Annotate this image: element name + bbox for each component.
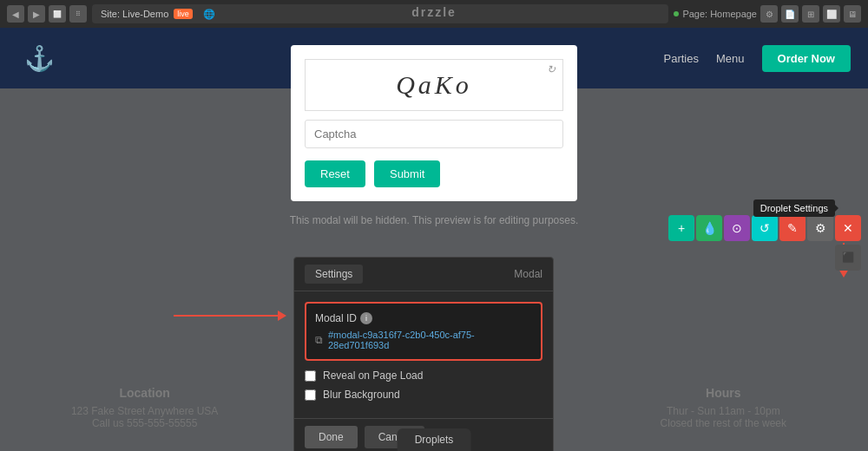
window-btn[interactable]: ⬜ xyxy=(823,5,840,23)
arrow-indicator xyxy=(174,310,286,321)
droplet-settings-button[interactable]: ⊙ xyxy=(724,215,750,241)
droplet-toolbar: + 💧 ⊙ ↺ ✎ ⚙ ✕ xyxy=(668,215,861,241)
live-badge: live xyxy=(174,9,193,19)
browser-right: Page: Homepage ⚙ 📄 ⊞ ⬜ 🖥 xyxy=(674,5,861,23)
captcha-image: QaKo ↻ xyxy=(305,59,563,111)
reveal-checkbox-row: Reveal on Page Load xyxy=(305,369,542,382)
copy-icon[interactable]: ⧉ xyxy=(315,334,323,346)
settings-btn[interactable]: ⚙ xyxy=(760,5,778,23)
bookmark-btn[interactable]: 📄 xyxy=(781,5,799,23)
modal-id-section: Modal ID i ⧉ #modal-c9a316f7-c2b0-450c-a… xyxy=(305,302,542,361)
back-btn[interactable]: ◀ xyxy=(7,5,24,23)
nav-parties[interactable]: Parties xyxy=(664,52,699,65)
captcha-input[interactable] xyxy=(305,120,563,148)
reset-button[interactable]: Reset xyxy=(305,160,365,187)
droplet-settings-tooltip: Droplet Settings xyxy=(753,199,835,217)
done-button[interactable]: Done xyxy=(305,426,358,448)
drizzle-logo: drzzle xyxy=(411,5,457,19)
droplets-bar[interactable]: Droplets xyxy=(398,428,471,451)
anchor-icon: ⚓ xyxy=(24,44,55,73)
arrow-line xyxy=(174,315,278,317)
blur-checkbox-row: Blur Background xyxy=(305,389,542,401)
captcha-text: QaKo xyxy=(396,70,472,100)
settings-panel: Settings Modal Modal ID i ⧉ #modal-c9a31… xyxy=(293,257,554,451)
blur-checkbox[interactable] xyxy=(305,389,316,401)
page-indicator: Page: Homepage xyxy=(674,9,757,19)
settings-header: Settings Modal xyxy=(294,258,553,291)
grid-btn[interactable]: ⠿ xyxy=(69,5,87,23)
arrow-head xyxy=(278,310,286,321)
submit-button[interactable]: Submit xyxy=(374,160,440,187)
green-dot xyxy=(674,11,679,16)
forward-btn[interactable]: ▶ xyxy=(28,5,45,23)
refresh-icon[interactable]: ↻ xyxy=(547,63,559,76)
modal-buttons: Reset Submit xyxy=(305,160,563,187)
add-droplet-button[interactable]: + xyxy=(668,215,694,241)
site-label: Site: Live-Demo xyxy=(101,9,168,19)
close-droplet-button[interactable]: ✕ xyxy=(835,215,861,241)
droplet-button[interactable]: 💧 xyxy=(696,215,722,241)
main-area: ⚓ Parties Menu Order Now QaKo ↻ Reset Su… xyxy=(0,28,868,451)
reveal-label: Reveal on Page Load xyxy=(323,369,423,382)
info-icon[interactable]: i xyxy=(360,312,372,324)
modal-id-label: Modal ID i xyxy=(315,312,532,324)
refresh-button[interactable]: ↺ xyxy=(752,215,778,241)
settings-tab[interactable]: Settings xyxy=(305,265,363,284)
preview-text: This modal will be hidden. This preview … xyxy=(290,214,579,226)
browser-controls: ◀ ▶ ⬜ ⠿ xyxy=(7,5,87,23)
blur-label: Blur Background xyxy=(323,389,400,401)
nav-links: Parties Menu Order Now xyxy=(664,45,851,72)
more-btn[interactable]: ⊞ xyxy=(802,5,819,23)
modal-card: QaKo ↻ Reset Submit xyxy=(291,45,577,201)
edit-button[interactable]: ✎ xyxy=(779,215,806,241)
nav-menu[interactable]: Menu xyxy=(716,52,745,65)
small-toolbar-button[interactable]: ⬛ xyxy=(835,245,861,271)
monitor-btn[interactable]: 🖥 xyxy=(844,5,861,23)
settings-body: Modal ID i ⧉ #modal-c9a316f7-c2b0-450c-a… xyxy=(294,291,553,418)
reveal-checkbox[interactable] xyxy=(305,370,316,382)
gear-button[interactable]: ⚙ xyxy=(807,215,833,241)
tab-btn[interactable]: ⬜ xyxy=(49,5,66,23)
browser-bar: ◀ ▶ ⬜ ⠿ Site: Live-Demo live 🌐 drzzle Pa… xyxy=(0,0,868,28)
url-icon: 🌐 xyxy=(203,9,215,20)
site-logo: ⚓ xyxy=(17,36,61,80)
settings-modal-label: Modal xyxy=(514,268,542,280)
nav-cta[interactable]: Order Now xyxy=(762,45,851,72)
browser-url-bar[interactable]: Site: Live-Demo live 🌐 xyxy=(92,4,668,23)
page-label: Page: Homepage xyxy=(682,9,757,19)
modal-id-value: ⧉ #modal-c9a316f7-c2b0-450c-af75-28ed701… xyxy=(315,330,532,350)
